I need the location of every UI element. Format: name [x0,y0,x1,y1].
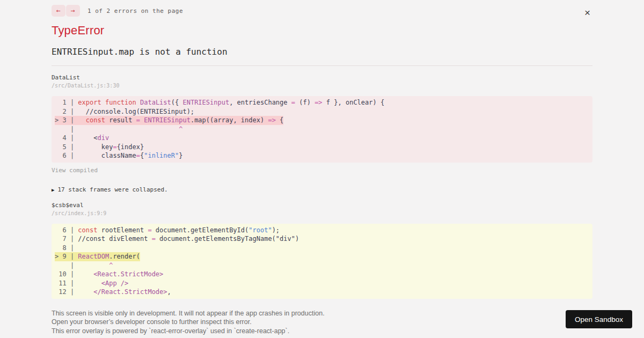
line-number-gutter: | [55,126,78,133]
frame-file-path: /src/index.js:9:9 [52,210,592,216]
line-number-gutter: 6 | [55,226,78,234]
line-number-gutter: | [55,262,78,269]
view-compiled-link[interactable]: View compiled [52,167,98,174]
close-icon[interactable]: × [584,8,590,18]
code-line-highlighted: > 3 | const result = ENTRIESinput.map((a… [55,116,592,125]
collapsed-stack-frames-toggle[interactable]: ▶17 stack frames were collapsed. [52,186,168,193]
previous-error-button[interactable]: ← [52,5,65,17]
footer-line-overlay: This error overlay is powered by `react-… [52,327,592,336]
line-number-gutter: 8 | [55,244,78,252]
code-line: 1 | export function DataList({ ENTRIESin… [55,98,592,107]
divider [52,65,592,66]
line-number-gutter: 10 | [55,270,78,278]
code-line: 6 | className={"inlineR"} [55,151,592,160]
code-line-highlighted: > 9 | ReactDOM.render( [55,252,592,261]
footer-line-console: Open your browser’s developer console to… [52,318,592,327]
code-line: 10 | <React.StrictMode> [55,270,592,279]
code-line: 11 | <App /> [55,279,592,288]
line-number-gutter: 11 | [55,280,78,287]
line-number-gutter: 2 | [55,108,78,115]
code-line: 6 | const rootElement = document.getElem… [55,226,592,235]
error-title: TypeError [52,24,592,38]
footer-note: This screen is visible only in developme… [52,309,592,336]
code-line: 5 | key={index} [55,143,592,152]
error-overlay: ← → 1 of 2 errors on the page × TypeErro… [52,0,592,336]
line-number-gutter: 12 | [55,288,78,296]
error-count-label: 1 of 2 errors on the page [87,8,183,14]
line-number-gutter: 6 | [55,152,78,159]
line-number-gutter: 7 | [55,235,78,243]
code-line: | ^ [55,125,592,134]
code-line: 7 | //const divElement = document.getEle… [55,234,592,244]
frame-function-name: $csb$eval [52,202,592,209]
code-line: 2 | //console.log(ENTRIESinput); [55,107,592,116]
code-line: 8 | [55,244,592,253]
error-message: ENTRIESinput.map is not a function [52,47,592,57]
footer-line-development: This screen is visible only in developme… [52,309,592,318]
line-number-gutter: > 3 | [55,116,78,124]
error-nav: ← → 1 of 2 errors on the page [52,5,592,17]
open-sandbox-button[interactable]: Open Sandbox [566,310,632,328]
next-error-button[interactable]: → [66,5,80,17]
line-number-gutter: > 9 | [55,253,78,260]
code-line: 4 | <div [55,134,592,143]
code-line: 12 | </React.StrictMode>, [55,288,592,297]
line-number-gutter: 1 | [55,99,78,106]
frame-file-path: /src/DataList.js:3:30 [52,83,592,89]
code-frame-datalist: 1 | export function DataList({ ENTRIESin… [52,96,592,163]
code-line: | ^ [55,261,592,270]
line-number-gutter: 5 | [55,143,78,151]
code-frame-index: 6 | const rootElement = document.getElem… [52,224,592,299]
triangle-right-icon: ▶ [52,187,54,193]
frame-function-name: DataList [52,74,592,81]
line-number-gutter: 4 | [55,134,78,142]
collapsed-stack-frames-label: 17 stack frames were collapsed. [57,186,167,193]
